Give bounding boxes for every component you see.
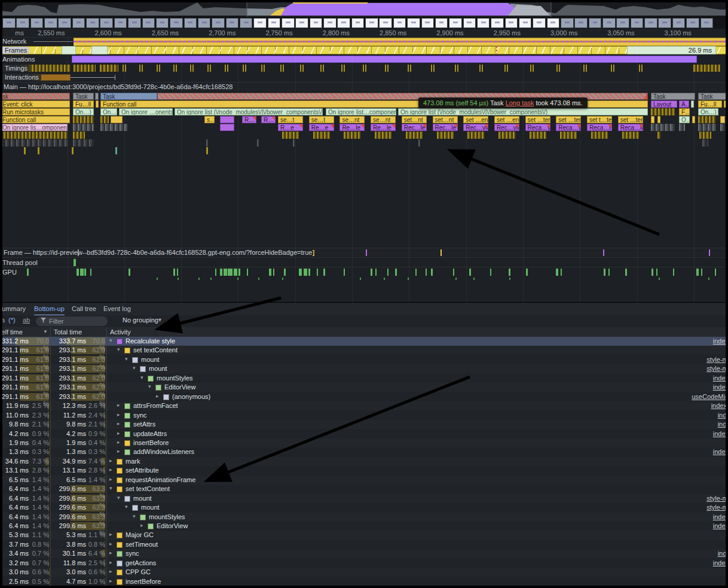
thread-pool-track[interactable]: Thread pool [0, 257, 728, 267]
screenshot-thumbnail[interactable] [212, 18, 225, 28]
screenshot-thumbnail[interactable] [631, 18, 644, 28]
source-link[interactable]: style-mod [706, 504, 728, 511]
gpu-activity-bar[interactable] [673, 269, 674, 276]
tab-call-tree[interactable]: Call tree [72, 303, 96, 315]
frames-partial-band[interactable] [0, 46, 728, 54]
tree-expander-icon[interactable]: ▸ [109, 476, 112, 482]
gpu-activity-bar[interactable] [625, 269, 627, 276]
flame-block[interactable]: R…e [278, 124, 303, 131]
gpu-activity-bar[interactable] [220, 269, 222, 276]
flame-block[interactable]: Fu…ll [698, 100, 722, 108]
screenshot-thumbnail[interactable] [547, 18, 560, 28]
source-link[interactable]: style-mod [706, 356, 728, 363]
flame-block[interactable]: Fu…ll [73, 100, 94, 108]
screenshot-thumbnail[interactable] [672, 18, 686, 28]
flame-block[interactable]: On ignore lis…omponents\/) [0, 124, 68, 131]
table-row[interactable]: 331.2 ms70.0 %333.7 ms70.6 %▾Recalculate… [0, 337, 728, 346]
gpu-activity-bar[interactable] [431, 269, 433, 276]
source-link[interactable]: index.js [713, 374, 728, 382]
source-link[interactable]: index.js [713, 522, 728, 529]
flame-block[interactable]: On ignore …onents\/) [119, 108, 173, 115]
flame-block[interactable]: On ignore list (\/node_modules\/|\/bower… [398, 108, 648, 115]
flame-block[interactable]: s…t [204, 116, 215, 123]
flame-block[interactable]: Rec…yle [463, 124, 488, 131]
gpu-activity-bar[interactable] [323, 269, 325, 276]
frame-section-header[interactable]: Frame — https://id-preview--bd53fd9d-728… [0, 248, 728, 257]
screenshot-thumbnail[interactable] [156, 18, 169, 28]
source-link[interactable]: style-mod [706, 495, 728, 502]
gpu-activity-bar[interactable] [656, 269, 657, 276]
tree-expander-icon[interactable]: ▸ [117, 430, 120, 436]
flame-block[interactable] [73, 116, 94, 123]
gpu-activity-bar[interactable] [269, 269, 271, 276]
flame-block[interactable]: R… [242, 116, 256, 123]
screenshot-thumbnail[interactable] [170, 18, 183, 28]
screenshot-thumbnail[interactable] [282, 18, 295, 28]
screenshot-thumbnail[interactable] [407, 18, 420, 28]
flame-block[interactable]: Reca…le [618, 124, 643, 131]
table-row[interactable]: 4.2 ms0.9 %4.2 ms0.9 %▸updateAttrsindex.… [0, 429, 728, 438]
flame-block[interactable] [73, 124, 94, 131]
screenshot-thumbnail[interactable] [491, 18, 504, 28]
flame-block[interactable] [100, 116, 109, 123]
table-row[interactable]: 291.1 ms61.6 %293.1 ms62.0 %▾mountstyle-… [0, 364, 728, 373]
frame-duration-badge[interactable]: 26.9 ms [627, 46, 716, 54]
flame-block[interactable] [702, 139, 708, 147]
tree-expander-icon[interactable]: ▾ [140, 374, 143, 380]
tree-expander-icon[interactable]: ▸ [109, 550, 112, 556]
source-link[interactable]: index. [718, 550, 728, 557]
table-row[interactable]: 6.5 ms1.4 %6.5 ms1.4 %▸requestAnimationF… [0, 476, 728, 485]
screenshot-thumbnail[interactable] [198, 18, 211, 28]
flame-block[interactable] [698, 116, 716, 123]
flame-block[interactable] [24, 147, 26, 154]
flame-block[interactable] [96, 100, 99, 108]
flame-block[interactable]: Function call [0, 116, 70, 123]
frames-track[interactable]: Frames 26.9 ms [0, 45, 728, 55]
gpu-activity-bar[interactable] [80, 269, 84, 276]
flame-block[interactable]: O… [679, 116, 690, 123]
screenshots-filmstrip[interactable] [0, 17, 728, 29]
screenshot-thumbnail[interactable] [114, 18, 127, 28]
gpu-activity-bar[interactable] [129, 269, 130, 276]
screenshot-thumbnail[interactable] [351, 18, 365, 28]
gpu-activity-bar[interactable] [177, 269, 178, 276]
flame-block[interactable] [257, 139, 259, 147]
flame-block[interactable]: On…) [698, 108, 718, 115]
flame-block[interactable]: R… [261, 116, 276, 123]
gpu-activity-bar[interactable] [304, 269, 307, 276]
screenshot-thumbnail[interactable] [128, 18, 141, 28]
source-link[interactable]: index.js [713, 448, 728, 455]
gpu-activity-bar[interactable] [273, 269, 274, 276]
source-link[interactable]: useCodeMirror [692, 393, 728, 400]
gpu-activity-bar[interactable] [387, 269, 389, 276]
screenshot-thumbnail[interactable] [2, 18, 16, 28]
gpu-activity-bar[interactable] [556, 269, 558, 276]
screenshot-thumbnail[interactable] [701, 18, 714, 28]
screenshot-thumbnail[interactable] [393, 18, 406, 28]
flame-block[interactable]: On…) [100, 108, 117, 115]
table-row[interactable]: 6.4 ms1.4 %299.6 ms63.3 %▸EditorViewinde… [0, 522, 728, 531]
col-activity[interactable]: Activity [110, 328, 131, 336]
match-case-icon[interactable]: a [1, 316, 5, 324]
gpu-activity-bar[interactable] [715, 269, 716, 276]
regex-icon[interactable]: (*) [8, 316, 16, 324]
frame-good-segment[interactable] [62, 46, 76, 54]
flame-block[interactable] [95, 93, 99, 100]
gpu-activity-bar[interactable] [27, 269, 29, 276]
flame-block[interactable] [418, 139, 420, 147]
gpu-activity-bar[interactable] [299, 269, 302, 276]
frame-good-segment[interactable] [91, 46, 108, 54]
tree-expander-icon[interactable]: ▾ [133, 365, 136, 371]
network-activity-bar[interactable] [74, 38, 728, 46]
flame-block[interactable] [698, 124, 716, 131]
gpu-activity-bar[interactable] [173, 269, 175, 276]
tree-expander-icon[interactable]: ▸ [109, 458, 112, 464]
flame-block[interactable] [0, 139, 68, 147]
flame-block[interactable]: set…nt [402, 116, 427, 123]
tree-expander-icon[interactable]: ▸ [109, 559, 112, 565]
screenshot-thumbnail[interactable] [602, 18, 616, 28]
tree-expander-icon[interactable]: ▸ [117, 448, 120, 454]
table-row[interactable]: 2.5 ms0.5 %4.7 ms1.0 %▸insertBefore [0, 577, 728, 586]
tree-expander-icon[interactable]: ▸ [117, 439, 120, 445]
screenshot-thumbnail[interactable] [253, 18, 267, 28]
